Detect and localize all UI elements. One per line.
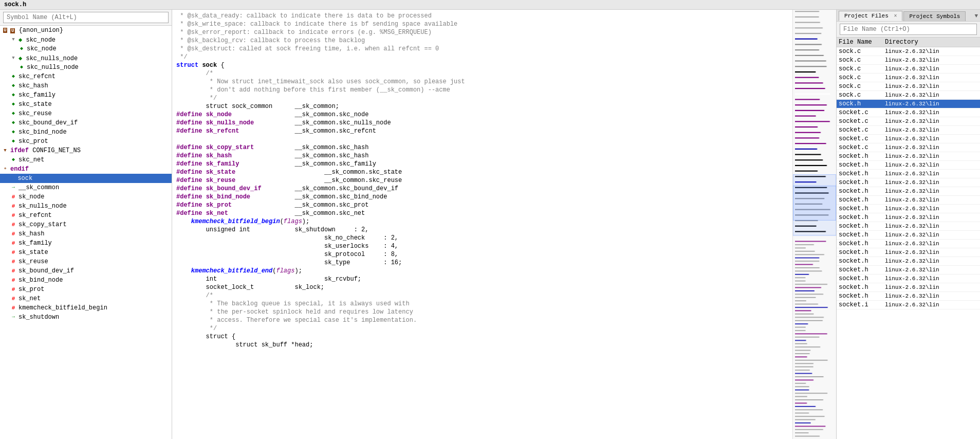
tree-item[interactable]: #sk_node bbox=[0, 192, 172, 202]
file-row[interactable]: socket.hlinux-2.6.32\lin bbox=[837, 170, 980, 178]
file-row[interactable]: sock.clinux-2.6.32\lin bbox=[837, 74, 980, 82]
tree-item[interactable]: ◆skc_state bbox=[0, 100, 172, 109]
symbol-tree[interactable]: UU {anon_union}▼◆ skc_node◆skc_node▼◆ sk… bbox=[0, 26, 172, 439]
file-row[interactable]: socket.hlinux-2.6.32\lin bbox=[837, 187, 980, 196]
tree-item[interactable]: ▼ifdef CONFIG_NET_NS bbox=[0, 146, 172, 155]
tree-item[interactable]: ◆skc_bound_dev_if bbox=[0, 118, 172, 127]
code-text: */ bbox=[176, 324, 217, 333]
file-row[interactable]: sock.hlinux-2.6.32\lin bbox=[837, 100, 980, 108]
file-row[interactable]: socket.hlinux-2.6.32\lin bbox=[837, 283, 980, 292]
file-name: sock.c bbox=[839, 48, 885, 55]
file-row[interactable]: socket.hlinux-2.6.32\lin bbox=[837, 275, 980, 283]
tab-project-symbols[interactable]: Project Symbols bbox=[903, 11, 966, 21]
code-line: #define sk_node __sk_common.skc_node bbox=[172, 111, 792, 119]
tree-item-label: sk_state bbox=[19, 249, 48, 256]
tree-item[interactable]: ◆skc_nulls_node bbox=[0, 63, 172, 72]
tree-item-icon: # bbox=[9, 239, 17, 247]
file-row[interactable]: socket.hlinux-2.6.32\lin bbox=[837, 178, 980, 187]
tree-item-icon: # bbox=[9, 295, 17, 303]
tree-item[interactable]: →__sk_common bbox=[0, 183, 172, 192]
file-row[interactable]: sock.clinux-2.6.32\lin bbox=[837, 91, 980, 100]
code-text: #define sk_prot __sk_common.skc_prot bbox=[176, 201, 368, 209]
tree-item[interactable]: #sk_nulls_node bbox=[0, 202, 172, 211]
file-dir: linux-2.6.32\lin bbox=[885, 197, 978, 203]
tree-item-icon: ⚬ bbox=[1, 165, 9, 173]
code-text: kmemcheck_bitfield_end(flags); bbox=[176, 267, 302, 275]
code-line: int sk_rcvbuf; bbox=[172, 275, 792, 283]
tree-item[interactable]: ◆skc_hash bbox=[0, 81, 172, 90]
tree-item[interactable]: ◆skc_bind_node bbox=[0, 127, 172, 137]
tree-item[interactable]: #sk_net bbox=[0, 294, 172, 303]
file-row[interactable]: socket.hlinux-2.6.32\lin bbox=[837, 152, 980, 161]
file-row[interactable]: socket.ilinux-2.6.32\lin bbox=[837, 301, 980, 309]
tree-item-label: sk_shutdown bbox=[19, 314, 59, 321]
tab-project-files-close[interactable]: × bbox=[894, 13, 897, 19]
tree-item-icon: # bbox=[9, 221, 17, 229]
tree-item[interactable]: ▼◆ skc_nulls_node bbox=[0, 53, 172, 63]
file-dir: linux-2.6.32\lin bbox=[885, 223, 978, 229]
tree-item[interactable]: #sk_bound_dev_if bbox=[0, 266, 172, 276]
tree-item-label: skc_nulls_node bbox=[27, 64, 79, 71]
file-dir: linux-2.6.32\lin bbox=[885, 118, 978, 124]
tree-item[interactable]: ◆skc_prot bbox=[0, 137, 172, 146]
file-row[interactable]: socket.hlinux-2.6.32\lin bbox=[837, 231, 980, 240]
file-row[interactable]: sock.clinux-2.6.32\lin bbox=[837, 82, 980, 91]
file-row[interactable]: socket.hlinux-2.6.32\lin bbox=[837, 240, 980, 248]
tree-item[interactable]: ◆skc_refcnt bbox=[0, 72, 172, 81]
file-row[interactable]: socket.clinux-2.6.32\lin bbox=[837, 117, 980, 126]
file-row[interactable]: socket.hlinux-2.6.32\lin bbox=[837, 213, 980, 222]
file-row[interactable]: socket.clinux-2.6.32\lin bbox=[837, 135, 980, 143]
file-dir: linux-2.6.32\lin bbox=[885, 284, 978, 290]
tree-item[interactable]: #sk_bind_node bbox=[0, 276, 172, 285]
tree-item[interactable]: ▼◆ skc_node bbox=[0, 35, 172, 44]
minimap[interactable] bbox=[792, 10, 836, 439]
tree-item[interactable]: ◆skc_family bbox=[0, 90, 172, 100]
code-text: sk_userlocks : 4, bbox=[176, 242, 398, 250]
tree-item[interactable]: ⚬endif bbox=[0, 164, 172, 174]
code-text: #define sk_bound_dev_if __sk_common.skc_… bbox=[176, 185, 398, 193]
tab-project-files[interactable]: Project Files × bbox=[839, 11, 902, 21]
file-name: socket.h bbox=[839, 196, 885, 204]
file-dir: linux-2.6.32\lin bbox=[885, 136, 978, 142]
file-row[interactable]: socket.hlinux-2.6.32\lin bbox=[837, 161, 980, 170]
code-text: #define sk_node __sk_common.skc_node bbox=[176, 111, 368, 119]
tab-dropdown-arrow[interactable]: ▼ bbox=[974, 13, 978, 19]
tree-item[interactable]: #sk_state bbox=[0, 248, 172, 257]
tree-item[interactable]: →sk_shutdown bbox=[0, 313, 172, 322]
tree-item-icon: ◆ bbox=[9, 128, 17, 136]
tree-item[interactable]: #sk_copy_start bbox=[0, 220, 172, 229]
tree-item[interactable]: ◆skc_net bbox=[0, 155, 172, 164]
file-row[interactable]: socket.clinux-2.6.32\lin bbox=[837, 126, 980, 135]
symbol-search-input[interactable] bbox=[3, 12, 169, 23]
file-name: socket.h bbox=[839, 292, 885, 300]
file-row[interactable]: socket.clinux-2.6.32\lin bbox=[837, 143, 980, 152]
tree-item[interactable]: #sk_hash bbox=[0, 229, 172, 239]
tree-item[interactable]: #sk_family bbox=[0, 239, 172, 248]
file-search-input[interactable] bbox=[840, 24, 977, 35]
file-row[interactable]: socket.hlinux-2.6.32\lin bbox=[837, 266, 980, 275]
tree-item[interactable]: #kmemcheck_bitfield_begin bbox=[0, 303, 172, 313]
file-row[interactable]: sock.clinux-2.6.32\lin bbox=[837, 65, 980, 74]
code-line: * @sk_write_space: callback to indicate … bbox=[172, 20, 792, 28]
minimap-viewport[interactable] bbox=[793, 174, 836, 221]
tree-item-label: sk_net bbox=[19, 295, 41, 302]
file-row[interactable]: socket.hlinux-2.6.32\lin bbox=[837, 205, 980, 213]
tree-item[interactable]: #sk_reuse bbox=[0, 257, 172, 266]
file-list[interactable]: sock.clinux-2.6.32\linsock.clinux-2.6.32… bbox=[837, 47, 980, 439]
file-row[interactable]: socket.hlinux-2.6.32\lin bbox=[837, 292, 980, 301]
file-row[interactable]: socket.hlinux-2.6.32\lin bbox=[837, 196, 980, 205]
file-row[interactable]: socket.hlinux-2.6.32\lin bbox=[837, 222, 980, 231]
code-editor[interactable]: * @sk_data_ready: callback to indicate t… bbox=[172, 10, 792, 439]
tree-item[interactable]: UU {anon_union} bbox=[0, 26, 172, 35]
code-text: * The backlog queue is special, it is al… bbox=[176, 300, 410, 308]
file-row[interactable]: socket.hlinux-2.6.32\lin bbox=[837, 248, 980, 257]
tree-item[interactable]: #sk_prot bbox=[0, 285, 172, 294]
file-row[interactable]: socket.hlinux-2.6.32\lin bbox=[837, 257, 980, 266]
tree-item[interactable]: Ss sock bbox=[0, 174, 172, 183]
file-row[interactable]: sock.clinux-2.6.32\lin bbox=[837, 47, 980, 56]
tree-item[interactable]: ◆skc_node bbox=[0, 44, 172, 53]
tree-item[interactable]: #sk_refcnt bbox=[0, 211, 172, 220]
file-row[interactable]: sock.clinux-2.6.32\lin bbox=[837, 56, 980, 65]
file-row[interactable]: socket.clinux-2.6.32\lin bbox=[837, 108, 980, 117]
tree-item[interactable]: ◆skc_reuse bbox=[0, 109, 172, 118]
